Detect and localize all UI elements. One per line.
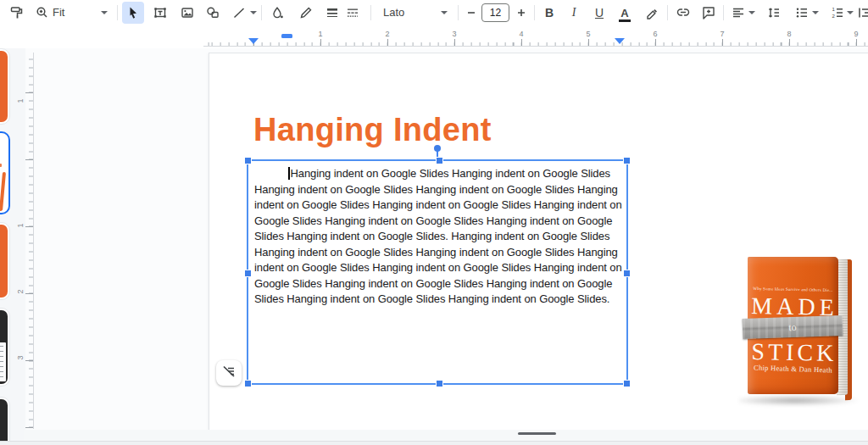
chevron-down-icon[interactable] [250, 11, 257, 14]
first-line-indent-marker[interactable] [281, 34, 292, 38]
increase-font-size-button[interactable] [511, 3, 531, 23]
text-color-label: A [620, 8, 628, 19]
autofit-off-icon [221, 364, 236, 382]
book-front-cover: Why Some Ideas Survive and Others Die...… [748, 257, 838, 394]
italic-button[interactable]: I [564, 3, 584, 23]
toolbar-separator [534, 5, 535, 20]
border-dash-button[interactable] [342, 3, 363, 23]
plus-icon [514, 5, 529, 20]
underline-button[interactable]: U [589, 3, 609, 23]
slide-thumbnail-4[interactable] [0, 308, 10, 387]
insert-shape-button[interactable] [203, 3, 223, 23]
resize-handle-s[interactable] [436, 380, 443, 387]
ruler-baseline [33, 53, 34, 429]
thumbnail-content-mark [0, 172, 6, 211]
resize-handle-n[interactable] [436, 157, 443, 164]
ruler-number: 2 [383, 30, 392, 38]
fill-color-button[interactable] [267, 3, 287, 23]
toolbar-separator [117, 5, 118, 20]
ruler-number: 9 [852, 30, 860, 38]
paint-format-button[interactable] [7, 3, 27, 23]
ruler-baseline [203, 46, 868, 47]
ruler-number: 1 [316, 30, 325, 38]
pencil-icon [298, 5, 314, 20]
right-indent-marker[interactable] [615, 38, 625, 44]
font-family-select[interactable]: Lato [383, 6, 404, 19]
google-slides-app: Fit Lato [0, 0, 868, 445]
ruler-number: 3 [16, 353, 25, 363]
ruler-number: 3 [450, 30, 459, 38]
chevron-down-icon[interactable] [847, 11, 854, 14]
numbered-list-button[interactable]: 12 [827, 3, 848, 23]
highlight-color-button[interactable] [642, 3, 662, 23]
resize-handle-e[interactable] [623, 270, 631, 277]
toolbar-separator [723, 5, 724, 20]
ruler-inch-ticks [25, 53, 33, 429]
textbox-selection-border[interactable] [247, 159, 628, 385]
line-tool-button[interactable] [229, 3, 249, 23]
chevron-down-icon[interactable] [748, 11, 755, 14]
resize-handle-ne[interactable] [623, 157, 631, 164]
underline-label: U [595, 6, 604, 19]
text-color-button[interactable]: A [615, 3, 635, 23]
thumbnail-content-mark [0, 164, 2, 167]
zoom-button[interactable] [32, 3, 53, 23]
ruler-number: 1 [16, 220, 25, 231]
numbered-list-icon: 12 [830, 5, 845, 20]
comment-plus-icon [701, 5, 716, 20]
slide-title[interactable]: Hanging Indent [253, 112, 492, 148]
border-color-button[interactable] [296, 3, 316, 23]
toolbar-separator [667, 5, 668, 20]
horizontal-ruler: 1 2 3 4 5 6 7 8 9 [0, 25, 868, 48]
bulleted-list-icon [794, 5, 810, 20]
svg-text:1: 1 [832, 7, 836, 12]
align-button[interactable] [728, 3, 748, 23]
resize-handle-w[interactable] [244, 270, 252, 277]
cursor-arrow-icon [125, 5, 141, 20]
ruler-number: 1 [16, 96, 25, 106]
text-box-icon [153, 5, 168, 20]
bulleted-list-button[interactable] [792, 3, 812, 23]
chevron-down-icon[interactable] [812, 11, 819, 14]
font-size-input[interactable]: 12 [481, 3, 509, 22]
ruler-number: 6 [651, 30, 659, 38]
chevron-down-icon[interactable] [441, 11, 448, 14]
toolbar-separator [370, 5, 371, 20]
thumbnail-content-mark [0, 342, 6, 381]
line-spacing-button[interactable] [764, 3, 784, 23]
rotation-handle[interactable] [434, 145, 441, 152]
select-tool-button[interactable] [122, 2, 144, 24]
insert-link-button[interactable] [673, 3, 693, 23]
slide-thumbnail-3[interactable] [0, 222, 10, 300]
italic-label: I [572, 6, 576, 19]
zoom-mode-select[interactable]: Fit [53, 6, 64, 19]
resize-handle-sw[interactable] [244, 380, 252, 387]
highlighter-icon [644, 5, 659, 20]
insert-image-button[interactable] [177, 3, 198, 23]
left-indent-marker[interactable] [248, 38, 259, 44]
decrease-font-size-button[interactable] [461, 3, 481, 23]
paint-roller-icon [9, 5, 25, 20]
zoom-icon [35, 5, 50, 20]
ruler-number: 7 [718, 30, 726, 38]
indent-button[interactable] [854, 3, 868, 23]
text-box-button[interactable] [150, 3, 170, 23]
border-weight-icon [325, 5, 340, 20]
border-weight-button[interactable] [322, 3, 342, 23]
chevron-down-icon[interactable] [101, 11, 108, 14]
slide-thumbnail-1[interactable] [0, 48, 10, 125]
slide-thumbnail-2-selected[interactable] [0, 131, 10, 214]
autofit-options-button[interactable] [216, 360, 242, 386]
line-spacing-icon [766, 5, 782, 20]
bold-label: B [545, 6, 554, 19]
align-left-icon [731, 5, 746, 20]
bold-button[interactable]: B [539, 3, 559, 23]
book-cover-image[interactable]: Why Some Ideas Survive and Others Die...… [746, 253, 856, 409]
duct-tape-strip: to [743, 315, 843, 339]
slide-thumbnail-5[interactable] [0, 397, 10, 445]
resize-handle-se[interactable] [623, 380, 631, 387]
resize-handle-nw[interactable] [244, 157, 252, 164]
speaker-notes-resize-handle[interactable] [518, 432, 556, 435]
window-bottom-edge [0, 441, 868, 445]
add-comment-button[interactable] [698, 3, 719, 23]
